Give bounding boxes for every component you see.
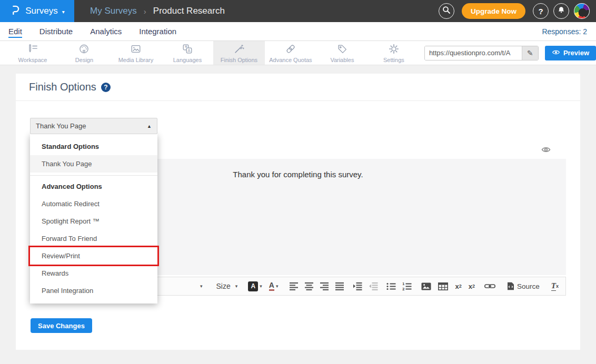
toggle-visibility-button[interactable]: [541, 146, 551, 155]
translate-icon: * A: [181, 43, 194, 55]
align-left-button[interactable]: [290, 279, 299, 293]
survey-url-group: ✎ Preview: [424, 46, 596, 60]
source-label: Source: [517, 282, 540, 290]
ribbon-item-variables[interactable]: Variables: [316, 41, 368, 65]
ribbon-item-workspace[interactable]: Workspace: [7, 41, 58, 65]
survey-section-tabs: Edit Distribute Analytics Integration Re…: [0, 22, 596, 41]
svg-text:2: 2: [402, 287, 405, 290]
survey-url-input[interactable]: [425, 46, 522, 60]
edit-toolbar-ribbon: Workspace Design Media Library *: [0, 41, 596, 65]
bullet-list-button[interactable]: [386, 279, 396, 293]
notifications-button[interactable]: [553, 3, 569, 19]
background-color-icon: A: [248, 281, 258, 291]
breadcrumb: My Surveys › Product Research: [90, 6, 225, 16]
align-right-button[interactable]: [320, 279, 329, 293]
ribbon-label: Settings: [383, 57, 404, 63]
preview-button[interactable]: Preview: [545, 46, 596, 60]
text-color-button[interactable]: A ▾: [269, 279, 279, 293]
page-title: Finish Options: [29, 81, 96, 93]
dropdown-item-panel-integration[interactable]: Panel Integration: [30, 282, 157, 299]
topbar-actions: Upgrade Now ?: [439, 3, 596, 19]
insert-table-button[interactable]: [438, 279, 448, 293]
finish-option-dropdown: Standard Options Thank You Page Advanced…: [30, 134, 157, 304]
breadcrumb-separator: ›: [144, 7, 146, 16]
dropdown-group-standard-options: Standard Options: [30, 138, 157, 155]
justify-button[interactable]: [335, 279, 344, 293]
remove-format-sub: x: [556, 284, 559, 289]
numbered-list-button[interactable]: 12: [402, 279, 412, 293]
ribbon-item-settings[interactable]: Settings: [368, 41, 420, 65]
dropdown-item-spotlight-report[interactable]: Spotlight Report ™: [30, 213, 157, 230]
background-color-button[interactable]: A ▾: [248, 279, 262, 293]
dropdown-item-review-print[interactable]: Review/Print: [30, 247, 157, 265]
top-navigation-bar: Surveys ▾ My Surveys › Product Research …: [0, 0, 596, 22]
caret-down-icon: ▾: [276, 284, 279, 289]
dropdown-item-rewards[interactable]: Rewards: [30, 265, 157, 282]
subscript-digit: 2: [459, 284, 462, 289]
palette-icon: [78, 43, 90, 55]
questionpro-logo-icon: [9, 4, 21, 18]
superscript-digit: 2: [472, 284, 475, 289]
insert-link-button[interactable]: [484, 279, 495, 293]
selected-option-label: Thank You Page: [36, 122, 86, 130]
ribbon-label: Finish Options: [221, 57, 257, 63]
search-icon: [442, 5, 451, 17]
ribbon-item-languages[interactable]: * A Languages: [162, 41, 213, 65]
dropdown-group-advanced-options: Advanced Options: [30, 178, 157, 195]
magic-wand-icon: [233, 43, 245, 55]
tab-analytics[interactable]: Analytics: [90, 27, 122, 36]
insert-image-button[interactable]: [421, 279, 431, 293]
superscript-base: x: [469, 282, 472, 290]
divider: [30, 175, 157, 176]
responses-count[interactable]: Responses: 2: [542, 27, 596, 36]
caret-down-icon: ▾: [260, 284, 262, 289]
font-dropdown-caret[interactable]: ▾: [200, 279, 203, 293]
svg-text:A: A: [187, 48, 191, 53]
breadcrumb-my-surveys[interactable]: My Surveys: [90, 6, 137, 16]
tab-integration[interactable]: Integration: [139, 27, 176, 36]
chevron-down-icon: ▾: [62, 9, 65, 15]
help-button[interactable]: ?: [533, 3, 549, 19]
divider: [16, 100, 580, 101]
finish-option-select[interactable]: Thank You Page ▲: [30, 118, 157, 134]
ribbon-label: Advance Quotas: [269, 57, 312, 63]
ribbon-label: Media Library: [118, 57, 154, 63]
save-changes-button[interactable]: Save Changes: [31, 318, 92, 333]
eye-icon: [552, 49, 560, 57]
user-avatar[interactable]: [574, 3, 590, 19]
ribbon-item-advance-quotas[interactable]: Advance Quotas: [265, 41, 316, 65]
align-center-button[interactable]: [305, 279, 314, 293]
ribbon-label: Languages: [173, 57, 202, 63]
tab-edit[interactable]: Edit: [8, 27, 22, 36]
ribbon-label: Design: [75, 57, 93, 63]
finish-options-panel: Finish Options ? Thank you for completin…: [16, 74, 580, 350]
image-icon: [130, 43, 142, 55]
ribbon-item-finish-options[interactable]: Finish Options: [213, 41, 265, 65]
dropdown-item-thank-you-page[interactable]: Thank You Page: [30, 155, 157, 173]
gear-icon: [388, 43, 400, 55]
dropdown-item-automatic-redirect[interactable]: Automatic Redirect: [30, 195, 157, 213]
increase-indent-button[interactable]: [353, 279, 362, 293]
ribbon-item-design[interactable]: Design: [58, 41, 110, 65]
source-button[interactable]: Source: [507, 279, 540, 293]
surveys-product-menu[interactable]: Surveys ▾: [0, 0, 74, 22]
dropdown-item-forward-to-friend[interactable]: Forward To Friend: [30, 230, 157, 247]
edit-url-button[interactable]: ✎: [522, 46, 538, 60]
superscript-button[interactable]: x2: [469, 279, 475, 293]
bell-icon: [557, 5, 566, 17]
remove-format-base: T: [551, 281, 556, 291]
chain-icon: [284, 43, 297, 55]
remove-format-button[interactable]: Tx: [551, 279, 559, 293]
search-button[interactable]: [439, 3, 454, 19]
caret-up-icon: ▲: [147, 124, 152, 129]
font-size-caret[interactable]: ▾: [235, 279, 238, 293]
font-size-dropdown[interactable]: Size: [216, 279, 231, 293]
title-help-icon[interactable]: ?: [101, 83, 111, 92]
subscript-button[interactable]: x2: [455, 279, 461, 293]
breadcrumb-current-survey: Product Research: [153, 6, 225, 16]
tab-distribute[interactable]: Distribute: [39, 27, 73, 36]
ribbon-item-media-library[interactable]: Media Library: [110, 41, 162, 65]
upgrade-now-button[interactable]: Upgrade Now: [462, 3, 525, 19]
survey-url-box: ✎: [424, 46, 539, 60]
decrease-indent-button[interactable]: [369, 279, 378, 293]
